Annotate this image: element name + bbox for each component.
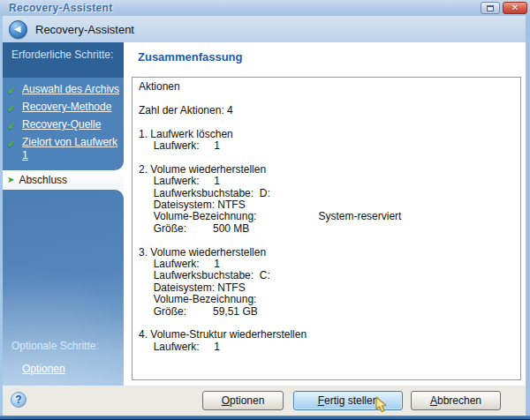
summary-line: Volume-Bezeichnung: (139, 294, 517, 305)
summary-line: 4. Volume-Struktur wiederherstellen (139, 329, 517, 341)
step-label[interactable]: Recovery-Methode (22, 101, 111, 113)
recovery-wizard-window: Recovery-Assistent ✕ ◀ Recovery-Assisten… (0, 0, 530, 420)
summary-line: Laufwerk: 1 (139, 176, 517, 187)
window-bottom-border (0, 416, 530, 420)
step-label[interactable]: Recovery-Quelle (22, 118, 101, 131)
summary-line (139, 93, 517, 104)
summary-line: Laufwerk: 1 (139, 140, 517, 152)
restore-button[interactable] (481, 2, 500, 14)
summary-line: Aktionen (139, 81, 517, 93)
wizard-title: Recovery-Assistent (35, 23, 134, 36)
help-icon: ? (15, 394, 21, 405)
current-step-arrow-icon: ➤ (7, 176, 14, 184)
window-frame: ◀ Recovery-Assistent Erforderliche Schri… (0, 16, 530, 416)
options-button[interactable]: Optionen (202, 391, 284, 410)
summary-line: Volume-Bezeichnung: System-reserviert (139, 211, 517, 222)
sidebar-item-auswahl-des-archivs[interactable]: ✔ Auswahl des Archivs (3, 81, 124, 98)
main-content: Zusammenfassung Aktionen Zahl der Aktion… (124, 42, 526, 386)
summary-line: Laufwerk: 1 (139, 259, 517, 270)
back-arrow-icon: ◀ (14, 25, 21, 34)
window-title: Recovery-Assistent (9, 2, 112, 14)
cancel-button[interactable]: Abbrechen (411, 391, 501, 410)
finish-button[interactable]: Fertig stellen (293, 391, 403, 410)
summary-line: Dateisystem: NTFS (139, 282, 517, 294)
summary-line (139, 152, 517, 163)
summary-line: 2. Volume wiederherstellen (139, 164, 517, 176)
sidebar-item-abschluss[interactable]: ➤ Abschluss (3, 170, 124, 190)
summary-line (139, 116, 517, 128)
sidebar-item-recovery-methode[interactable]: ✔ Recovery-Methode (3, 99, 124, 116)
required-steps-label: Erforderliche Schritte: (3, 42, 124, 78)
restore-icon (487, 5, 494, 11)
summary-line (139, 318, 517, 329)
wizard-body: Erforderliche Schritte: ✔ Auswahl des Ar… (3, 42, 526, 386)
checkmark-icon: ✔ (6, 120, 17, 134)
step-label[interactable]: Auswahl des Archivs (22, 83, 119, 95)
page-title: Zusammenfassung (138, 50, 521, 64)
summary-line: Zahl der Aktionen: 4 (139, 105, 517, 116)
steps-list: ✔ Auswahl des Archivs ✔ Recovery-Methode… (3, 78, 124, 170)
summary-line: Dateisystem: NTFS (139, 199, 517, 211)
summary-line (139, 235, 517, 246)
summary-line: Größe: 500 MB (139, 223, 517, 235)
help-button[interactable]: ? (11, 392, 26, 408)
optional-steps-label: Optionale Schritte: (3, 340, 124, 352)
sidebar-item-optionen[interactable]: Optionen (22, 363, 65, 375)
summary-line: Laufwerksbuchstabe: C: (139, 270, 517, 281)
summary-line: Laufwerk: 1 (139, 341, 517, 353)
checkmark-icon: ✔ (6, 85, 17, 99)
checkmark-icon: ✔ (6, 102, 17, 116)
window-titlebar: Recovery-Assistent ✕ (0, 0, 530, 16)
back-button[interactable]: ◀ (9, 20, 27, 39)
window-controls: ✕ (481, 2, 527, 14)
close-button[interactable]: ✕ (503, 2, 527, 14)
active-step-label: Abschluss (19, 174, 67, 186)
footer-bar: ? Optionen Fertig stellen Abbrechen (3, 386, 526, 416)
wizard-sidebar: Erforderliche Schritte: ✔ Auswahl des Ar… (3, 42, 124, 386)
sidebar-item-zielort-von-laufwerk-1[interactable]: ✔ Zielort von Laufwerk 1 (3, 134, 124, 164)
wizard-header: ◀ Recovery-Assistent (3, 16, 526, 42)
summary-line: Laufwerksbuchstabe: D: (139, 188, 517, 199)
summary-line: 1. Laufwerk löschen (139, 129, 517, 140)
sidebar-lower-area: Optionale Schritte: Optionen (3, 190, 124, 386)
summary-line: Größe: 59,51 GB (139, 306, 517, 318)
close-icon: ✕ (511, 4, 519, 12)
summary-line: 3. Volume wiederherstellen (139, 247, 517, 259)
step-label[interactable]: Zielort von Laufwerk 1 (22, 136, 117, 161)
checkmark-icon: ✔ (6, 138, 17, 152)
summary-box: Aktionen Zahl der Aktionen: 4 1. Laufwer… (132, 77, 521, 380)
sidebar-item-recovery-quelle[interactable]: ✔ Recovery-Quelle (3, 116, 124, 133)
